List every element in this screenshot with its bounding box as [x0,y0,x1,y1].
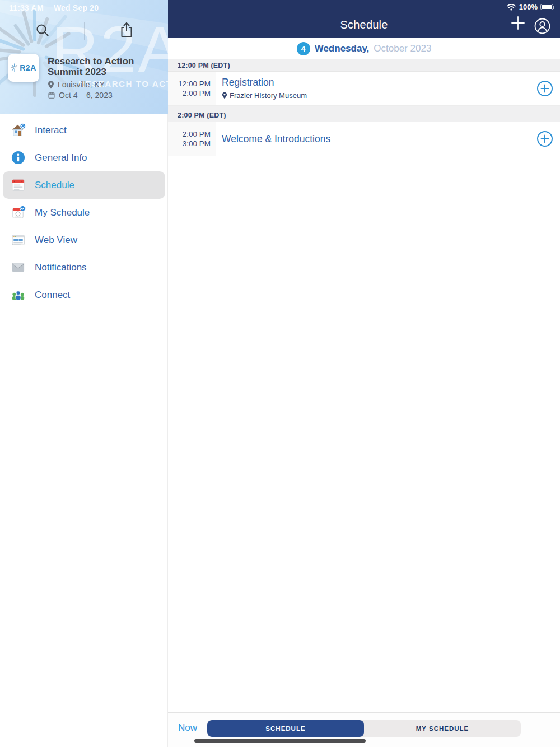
add-to-schedule-button[interactable] [536,130,553,147]
tab-my-schedule[interactable]: MY SCHEDULE [364,720,521,737]
event-logo: R2A [8,54,39,82]
event-location: Frazier History Museum [222,91,536,100]
event-location-text: Frazier History Museum [230,91,307,100]
share-icon[interactable] [119,21,134,40]
sidebar-item-interact[interactable]: Interact [3,116,165,144]
schedule-section-header: 12:00 PM (EDT) [168,59,560,72]
wifi-icon [506,3,516,11]
day-number-badge[interactable]: 4 [297,42,310,55]
battery-percent: 100% [519,3,538,11]
calendar-check-icon [11,205,26,220]
event-logo-text: R2A [20,63,36,72]
browser-icon [11,232,26,248]
top-navbar: 100% Schedule [168,0,560,38]
month-year-label: October 2023 [374,43,431,54]
map-pin-icon [48,81,54,89]
status-bar-left: 11:33 AM Wed Sep 20 [9,3,106,12]
weekday-label: Wednesday, [315,43,370,54]
event-row-welcome[interactable]: 2:00 PM 3:00 PM Welcome & Introductions [168,122,560,156]
house-sync-icon [11,123,26,138]
date-selector[interactable]: 4 Wednesday, October 2023 [168,38,560,59]
calendar-icon [48,91,55,99]
battery-icon [540,4,553,10]
status-time: 11:33 AM [9,3,44,12]
event-time-range: 2:00 PM 3:00 PM [168,122,216,156]
sidebar-item-my-schedule[interactable]: My Schedule [3,199,165,226]
event-start-time: 2:00 PM [168,129,211,139]
event-row-registration[interactable]: 12:00 PM 2:00 PM Registration Frazier Hi… [168,72,560,106]
info-icon [11,150,26,165]
sidebar-item-label: My Schedule [35,207,90,218]
event-location-text: Louisville, KY [58,80,105,89]
people-icon [11,287,26,302]
page-title: Schedule [168,18,560,31]
sidebar-item-web-view[interactable]: Web View [3,226,165,254]
sidebar-item-schedule[interactable]: Schedule [3,171,165,199]
event-location-row: Louisville, KY [48,80,162,89]
main-panel: 100% Schedule 4 Wednesday, October 2023 … [168,0,560,747]
sidebar: 11:33 AM Wed Sep 20 R2A RESEARCH TO ACTI… [0,0,168,747]
envelope-icon [11,260,26,275]
event-title: Research to Action Summit 2023 [48,56,162,77]
add-icon[interactable] [511,16,525,33]
sidebar-item-connect[interactable]: Connect [3,281,165,309]
search-icon[interactable] [35,22,50,40]
sidebar-item-label: General Info [35,152,87,164]
header-divider [84,22,85,40]
event-title: Welcome & Introductions [222,133,330,145]
sidebar-item-label: Interact [35,125,67,136]
status-date: Wed Sep 20 [54,3,99,12]
sidebar-item-label: Notifications [35,262,87,273]
sidebar-item-notifications[interactable]: Notifications [3,254,165,281]
tab-schedule[interactable]: SCHEDULE [207,720,364,737]
calendar-icon [11,178,26,193]
sidebar-item-label: Web View [35,235,77,246]
sidebar-item-label: Connect [35,290,70,301]
event-dates-row: Oct 4 – 6, 2023 [48,91,162,100]
event-end-time: 3:00 PM [168,139,211,148]
event-time-range: 12:00 PM 2:00 PM [168,72,216,105]
add-to-schedule-button[interactable] [536,80,553,97]
sidebar-item-label: Schedule [35,180,74,191]
now-button[interactable]: Now [178,722,197,734]
event-start-time: 12:00 PM [168,79,211,88]
event-end-time: 2:00 PM [168,88,211,98]
logo-starburst-icon [11,63,18,72]
schedule-segmented-control: SCHEDULE MY SCHEDULE [207,720,521,737]
sidebar-nav: Interact General Info Schedule [0,116,168,309]
sidebar-item-general-info[interactable]: General Info [3,144,165,171]
schedule-section-header: 2:00 PM (EDT) [168,109,560,122]
event-title: Registration [222,77,536,88]
event-header-card: 11:33 AM Wed Sep 20 R2A RESEARCH TO ACTI… [0,0,168,114]
home-indicator[interactable] [194,739,366,743]
map-pin-icon [222,92,227,99]
event-dates-text: Oct 4 – 6, 2023 [59,91,113,100]
profile-icon[interactable] [534,17,551,37]
status-bar-right: 100% [506,3,553,11]
